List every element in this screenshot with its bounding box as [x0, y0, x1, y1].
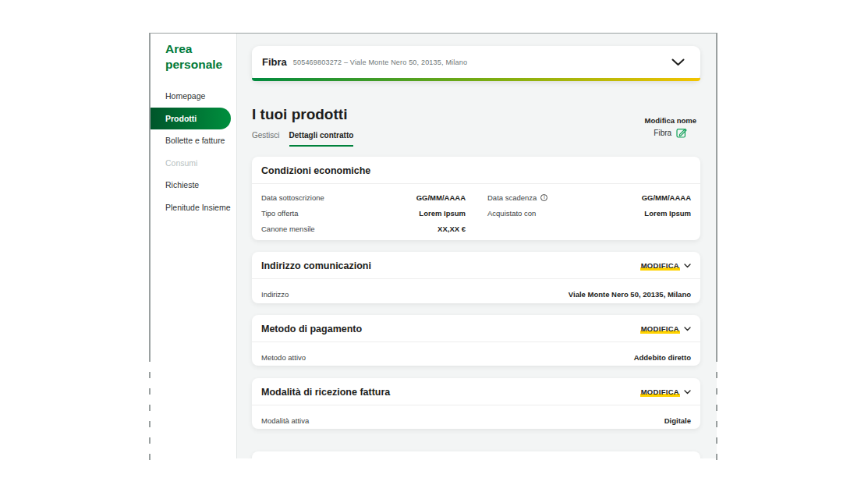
product-name: Fibra: [262, 56, 287, 68]
card-indirizzo-comunicazioni: Indirizzo comunicazioni MODIFICA Indiriz…: [252, 252, 700, 303]
sidebar-nav: Homepage Prodotti Bollette e fatture Con…: [150, 85, 237, 218]
field-value: GG/MM/AAAA: [416, 193, 466, 202]
field-label: Tipo offerta: [261, 209, 299, 218]
card-title: Indirizzo comunicazioni: [261, 260, 371, 271]
modifica-label: MODIFICA: [640, 261, 680, 271]
frame-border-right-dashed: [716, 356, 717, 469]
card-header: Condizioni economiche: [252, 157, 700, 184]
sidebar-item-homepage[interactable]: Homepage: [150, 85, 237, 108]
field: Data scadenza GG/MM/AAAA: [487, 193, 691, 202]
sidebar-item-bollette-e-fatture[interactable]: Bollette e fatture: [150, 129, 237, 152]
field-value: Lorem Ipsum: [419, 209, 466, 218]
field-value: Viale Monte Nero 50, 20135, Milano: [569, 290, 691, 299]
card-body: Metodo attivo Addebito diretto: [252, 342, 700, 373]
field-row: Data sottoscrizione GG/MM/AAAA Data scad…: [261, 189, 691, 205]
field: Data sottoscrizione GG/MM/AAAA: [261, 193, 466, 202]
card-header: Metodo di pagamento MODIFICA: [252, 315, 700, 342]
main-content: Fibra 505469803272 – Viale Monte Nero 50…: [237, 34, 717, 458]
card-body: Indirizzo Viale Monte Nero 50, 20135, Mi…: [252, 279, 700, 310]
sidebar-item-plenitude-insieme[interactable]: Plenitude Insieme: [150, 196, 237, 219]
field-row: Tipo offerta Lorem Ipsum Acquistato con …: [261, 205, 691, 221]
tabs: Gestisci Dettagli contratto: [252, 131, 353, 147]
frame-border-right: [716, 33, 717, 356]
field-label: Modalità attiva: [261, 416, 309, 425]
field-label: Canone mensile: [261, 225, 315, 233]
sidebar-item-label: Bollette e fatture: [165, 136, 225, 145]
info-icon[interactable]: [540, 194, 547, 201]
card-body: Data sottoscrizione GG/MM/AAAA Data scad…: [252, 184, 700, 242]
field: Canone mensile XX,XX €: [261, 225, 466, 233]
app-window: Area personale Homepage Prodotti Bollett…: [150, 33, 717, 458]
modifica-label: MODIFICA: [640, 324, 680, 334]
field-label: Indirizzo: [261, 290, 289, 299]
modifica-button[interactable]: MODIFICA: [640, 324, 691, 334]
edit-icon[interactable]: [676, 127, 687, 138]
product-selector[interactable]: Fibra 505469803272 – Viale Monte Nero 50…: [252, 46, 700, 81]
rename-product: Modifica nome Fibra: [644, 116, 696, 138]
sidebar-item-label: Plenitude Insieme: [165, 203, 230, 212]
field-value: Lorem Ipsum: [644, 209, 691, 218]
field-label: Acquistato con: [487, 209, 536, 218]
frame-border-left: [149, 33, 151, 356]
field-label-text: Data scadenza: [487, 193, 537, 202]
field-row: Canone mensile XX,XX €: [261, 221, 691, 236]
field: Acquistato con Lorem Ipsum: [487, 209, 691, 218]
field: Tipo offerta Lorem Ipsum: [261, 209, 466, 218]
field-row: Indirizzo Viale Monte Nero 50, 20135, Mi…: [261, 285, 691, 303]
sidebar-item-label: Homepage: [165, 91, 205, 101]
modifica-button[interactable]: MODIFICA: [640, 261, 691, 271]
rename-value: Fibra: [654, 129, 671, 137]
field-value: GG/MM/AAAA: [642, 193, 691, 202]
sidebar-item-prodotti[interactable]: Prodotti: [150, 108, 231, 130]
sidebar-item-consumi[interactable]: Consumi: [150, 152, 237, 175]
page: Area personale Homepage Prodotti Bollett…: [0, 0, 868, 499]
sidebar-item-label: Consumi: [165, 158, 197, 168]
sidebar-item-label: Richieste: [165, 180, 199, 189]
field-row: Metodo attivo Addebito diretto: [261, 348, 691, 366]
card-condizioni-economiche: Condizioni economiche Data sottoscrizion…: [252, 157, 700, 240]
tab-gestisci[interactable]: Gestisci: [252, 131, 280, 147]
field-row: Modalità attiva Digitale: [261, 411, 691, 430]
sidebar-item-richieste[interactable]: Richieste: [150, 174, 237, 196]
field-label: Data sottoscrizione: [261, 193, 324, 202]
rename-label: Modifica nome: [644, 116, 696, 125]
card-title: Metodo di pagamento: [261, 324, 362, 334]
chevron-down-icon: [671, 58, 685, 66]
field-value: XX,XX €: [438, 225, 466, 233]
chevron-down-icon: [684, 327, 691, 331]
card-header: Modalità di ricezione fattura MODIFICA: [252, 378, 700, 405]
modifica-label: MODIFICA: [640, 388, 680, 397]
card-header: Indirizzo comunicazioni MODIFICA: [252, 252, 700, 279]
card-body: Modalità attiva Digitale: [252, 405, 700, 436]
card-title: Modalità di ricezione fattura: [261, 387, 390, 398]
chevron-down-icon: [684, 264, 691, 268]
tab-dettagli-contratto[interactable]: Dettagli contratto: [289, 131, 354, 147]
card-modalita-ricezione-fattura: Modalità di ricezione fattura MODIFICA M…: [252, 378, 700, 429]
sidebar-title: Area personale: [165, 41, 231, 73]
field-value: Addebito diretto: [634, 353, 691, 362]
modifica-button[interactable]: MODIFICA: [640, 388, 691, 397]
sidebar-item-label: Prodotti: [165, 114, 197, 123]
product-details: 505469803272 – Viale Monte Nero 50, 2013…: [293, 58, 467, 66]
card-metodo-di-pagamento: Metodo di pagamento MODIFICA Metodo atti…: [252, 315, 700, 366]
field-label: Data scadenza: [487, 193, 547, 202]
card-title: Condizioni economiche: [261, 165, 370, 176]
frame-border-left-dashed: [149, 356, 151, 469]
field-label: Metodo attivo: [261, 353, 306, 362]
chevron-down-icon: [684, 390, 691, 395]
card-partial: [252, 451, 700, 458]
rename-row: Fibra: [654, 127, 687, 138]
sidebar: Area personale Homepage Prodotti Bollett…: [150, 34, 237, 458]
page-title: I tuoi prodotti: [252, 106, 347, 123]
field-value: Digitale: [664, 416, 691, 425]
